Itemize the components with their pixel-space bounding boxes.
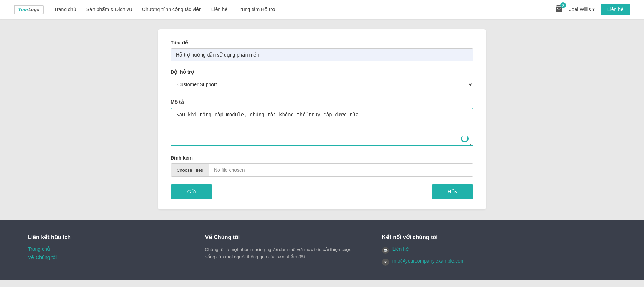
connect-link-email[interactable]: info@yourcompany.example.com — [392, 258, 465, 264]
description-label: Mô tả — [171, 99, 473, 105]
footer-about-col: Về Chúng tôi Chúng tôi là một nhóm những… — [205, 234, 361, 270]
title-group: Tiêu đề — [171, 40, 473, 61]
connect-item-email: ✉ info@yourcompany.example.com — [382, 258, 616, 266]
nav-contact[interactable]: Liên hệ — [211, 7, 228, 12]
footer-about-title: Về Chúng tôi — [205, 234, 361, 241]
form-card: Tiêu đề Đội hỗ trợ Customer Support Tech… — [158, 29, 486, 209]
choose-files-button[interactable]: Choose Files — [171, 164, 209, 176]
footer-link-home[interactable]: Trang chủ — [28, 246, 184, 252]
footer-links-title: Liên kết hữu ích — [28, 234, 184, 241]
footer-about-text: Chúng tôi là một nhóm những người đam mê… — [205, 246, 361, 261]
footer-connect-col: Kết nối với chúng tôi 💬 Liên hệ ✉ info@y… — [382, 234, 616, 270]
title-input[interactable] — [171, 48, 473, 61]
chevron-down-icon: ▾ — [592, 7, 595, 12]
attachment-group: Đính kèm Choose Files No file chosen — [171, 155, 473, 177]
team-label: Đội hỗ trợ — [171, 69, 473, 75]
chat-icon: 💬 — [382, 247, 389, 254]
logo[interactable]: YourLogo — [14, 5, 44, 14]
description-textarea[interactable]: Sau khi nâng cấp module, chúng tôi không… — [171, 108, 473, 146]
form-actions: Gửi Hủy — [171, 184, 473, 199]
footer-links-col: Liên kết hữu ích Trang chủ Về Chúng tôi — [28, 234, 184, 270]
main-content: Tiêu đề Đội hỗ trợ Customer Support Tech… — [0, 19, 644, 220]
nav-support[interactable]: Trung tâm Hỗ trợ — [238, 7, 275, 12]
title-label: Tiêu đề — [171, 40, 473, 45]
team-group: Đội hỗ trợ Customer Support Technical Su… — [171, 69, 473, 91]
nav-links: Trang chủ Sản phẩm & Dịch vụ Chương trìn… — [54, 7, 555, 12]
footer-link-about[interactable]: Về Chúng tôi — [28, 255, 184, 260]
user-name-label: Joel Willis — [569, 7, 591, 12]
user-menu[interactable]: Joel Willis ▾ — [569, 7, 595, 12]
logo-your: Your — [18, 7, 28, 12]
email-icon: ✉ — [382, 259, 389, 266]
attachment-label: Đính kèm — [171, 155, 473, 161]
cancel-button[interactable]: Hủy — [432, 184, 473, 199]
navbar: YourLogo Trang chủ Sản phẩm & Dịch vụ Ch… — [0, 0, 644, 19]
connect-link-chat[interactable]: Liên hệ — [392, 246, 409, 252]
submit-button[interactable]: Gửi — [171, 184, 212, 199]
navbar-contact-button[interactable]: Liên hệ — [601, 4, 630, 15]
team-select[interactable]: Customer Support Technical Support Sales — [171, 78, 473, 91]
cart-icon[interactable]: 0 — [555, 5, 563, 14]
description-group: Mô tả Sau khi nâng cấp module, chúng tôi… — [171, 99, 473, 147]
nav-products[interactable]: Sản phẩm & Dịch vụ — [86, 7, 132, 12]
textarea-wrapper: Sau khi nâng cấp module, chúng tôi không… — [171, 108, 473, 147]
loading-spinner — [461, 135, 469, 142]
footer-connect-title: Kết nối với chúng tôi — [382, 234, 616, 241]
file-input-wrapper: Choose Files No file chosen — [171, 163, 473, 177]
connect-item-chat: 💬 Liên hệ — [382, 246, 616, 255]
cart-count: 0 — [560, 2, 566, 8]
nav-home[interactable]: Trang chủ — [54, 7, 76, 12]
logo-logo: Logo — [28, 7, 39, 12]
nav-affiliate[interactable]: Chương trình cộng tác viên — [142, 7, 202, 12]
navbar-right: 0 Joel Willis ▾ Liên hệ — [555, 4, 630, 15]
footer: Liên kết hữu ích Trang chủ Về Chúng tôi … — [0, 220, 644, 280]
file-name-display: No file chosen — [209, 164, 473, 176]
